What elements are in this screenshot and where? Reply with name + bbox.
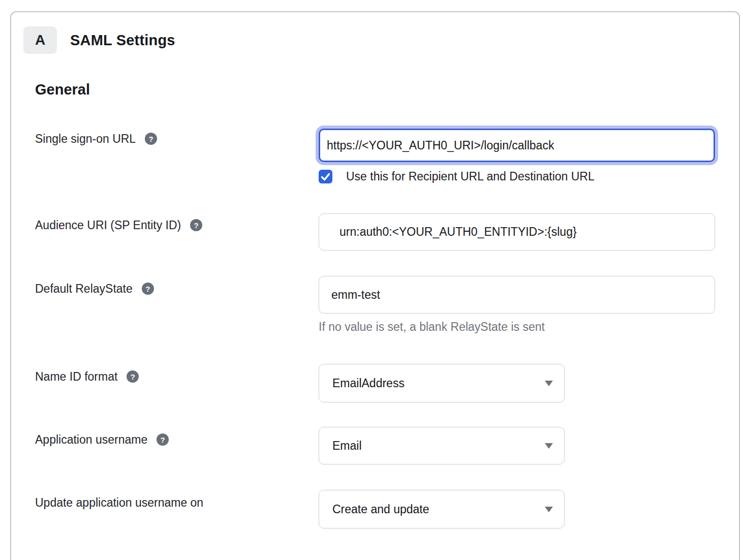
- control-col: Use this for Recipient URL and Destinati…: [319, 129, 739, 183]
- checkmark-icon: [319, 170, 332, 183]
- row-single-sign-on-url: Single sign-on URL ? Use this for Recipi…: [11, 129, 739, 183]
- name-id-format-selected-value: EmailAddress: [332, 377, 405, 390]
- label-col: Default RelayState ?: [35, 276, 319, 334]
- recipient-url-checkbox-row: Use this for Recipient URL and Destinati…: [319, 170, 739, 183]
- dropdown-arrow-icon: [545, 443, 553, 449]
- help-icon[interactable]: ?: [142, 283, 154, 295]
- default-relaystate-label: Default RelayState: [35, 282, 133, 296]
- update-application-username-select[interactable]: Create and update: [319, 490, 565, 528]
- name-id-format-select[interactable]: EmailAddress: [319, 364, 565, 402]
- recipient-url-checkbox-label[interactable]: Use this for Recipient URL and Destinati…: [346, 170, 595, 183]
- use-for-recipient-and-destination-checkbox[interactable]: [319, 170, 332, 183]
- row-update-application-username: Update application username on Create an…: [11, 490, 739, 528]
- label-col: Single sign-on URL ?: [35, 129, 319, 183]
- control-col: [319, 213, 739, 251]
- row-default-relaystate: Default RelayState ? If no value is set,…: [11, 276, 739, 334]
- label-col: Update application username on: [35, 490, 319, 528]
- control-col: Email: [319, 427, 739, 464]
- row-audience-uri: Audience URI (SP Entity ID) ?: [11, 213, 739, 251]
- control-col: If no value is set, a blank RelayState i…: [319, 276, 739, 334]
- label-col: Name ID format ?: [35, 364, 319, 402]
- dropdown-arrow-icon: [545, 381, 553, 386]
- section-heading-general: General: [11, 81, 739, 98]
- step-badge: A: [23, 26, 57, 54]
- help-icon[interactable]: ?: [127, 370, 139, 383]
- application-username-label: Application username: [35, 432, 147, 447]
- help-icon[interactable]: ?: [157, 433, 169, 446]
- application-username-selected-value: Email: [332, 439, 362, 453]
- help-icon[interactable]: ?: [190, 219, 202, 231]
- label-col: Audience URI (SP Entity ID) ?: [35, 213, 319, 251]
- saml-settings-panel: A SAML Settings General Single sign-on U…: [10, 11, 740, 560]
- application-username-select[interactable]: Email: [319, 427, 565, 464]
- audience-uri-input[interactable]: [319, 213, 715, 251]
- help-icon[interactable]: ?: [145, 133, 157, 145]
- update-application-username-selected-value: Create and update: [332, 503, 429, 516]
- page-title: SAML Settings: [70, 32, 175, 49]
- control-col: EmailAddress: [319, 364, 739, 402]
- name-id-format-label: Name ID format: [35, 369, 117, 384]
- single-sign-on-url-input[interactable]: [319, 129, 715, 162]
- panel-header: A SAML Settings: [11, 26, 739, 54]
- audience-uri-label: Audience URI (SP Entity ID): [35, 218, 181, 232]
- default-relaystate-input[interactable]: [319, 276, 715, 314]
- row-name-id-format: Name ID format ? EmailAddress: [11, 364, 739, 402]
- single-sign-on-url-label: Single sign-on URL: [35, 132, 136, 146]
- relaystate-hint-text: If no value is set, a blank RelayState i…: [319, 320, 739, 334]
- dropdown-arrow-icon: [545, 507, 553, 512]
- control-col: Create and update: [319, 490, 739, 528]
- update-application-username-label: Update application username on: [35, 495, 203, 510]
- label-col: Application username ?: [35, 427, 319, 464]
- row-application-username: Application username ? Email: [11, 427, 739, 464]
